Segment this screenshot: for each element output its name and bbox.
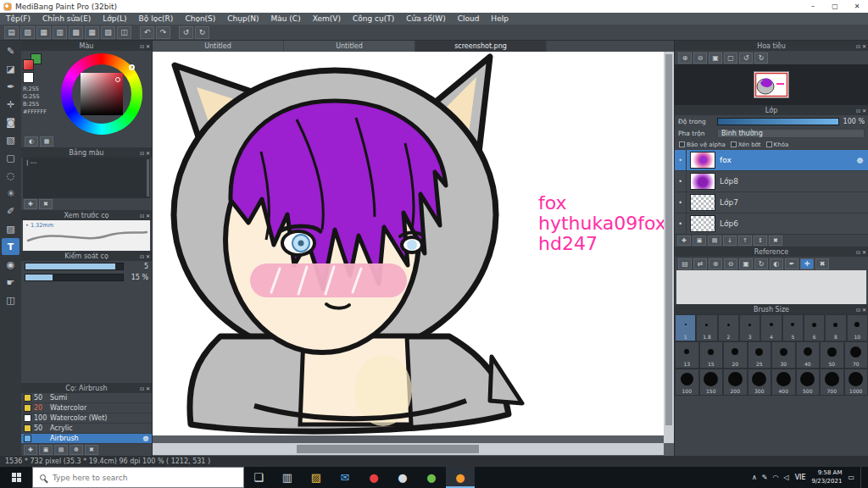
move-tool[interactable]: ✛ [2,96,19,113]
brush-item-acrylic[interactable]: 50Acrylic [21,424,152,434]
notification-center-icon[interactable]: ▭ [848,474,854,481]
layer-settings-icon[interactable]: ☸ [856,156,864,165]
duplicate-brush-icon[interactable]: ▤ [54,445,68,455]
open-image-icon[interactable]: ▤ [678,258,692,269]
brush-item-airbrush[interactable]: Airbrush☸ [21,434,152,444]
menu-item-5[interactable]: Chụp(N) [221,14,264,23]
brush-size-40[interactable]: 40 [796,341,821,369]
brush-size-400[interactable]: 400 [771,369,796,396]
brush-size-25[interactable]: 25 [748,341,772,369]
brush-size-50[interactable]: 50 [820,341,844,369]
menu-item-9[interactable]: Cửa sổ(W) [400,14,451,23]
hand-tool[interactable]: ☛ [2,274,19,291]
screen-picker-icon[interactable]: ◐ [25,136,38,147]
brush-item-watercolor[interactable]: 20Watercolor [21,403,152,413]
material-panel-icon[interactable]: ▨ [101,26,115,39]
volume-icon[interactable]: ◁ [783,474,788,481]
checkbox-icon[interactable] [731,141,737,147]
grayscale-icon[interactable]: ◐ [770,258,783,269]
brush-size-13[interactable]: 13 [675,341,699,369]
rotate-left-icon[interactable]: ↺ [739,53,753,64]
maximize-button[interactable]: ▢ [824,0,846,13]
chrome-icon[interactable]: ● [417,467,446,488]
select-eraser-tool[interactable]: ▨ [2,220,19,237]
panel-detach-icon[interactable]: ⊡ [140,43,144,49]
layer-row-l-p6[interactable]: •Lớp6 [675,214,868,235]
brush-size-200[interactable]: 200 [723,369,748,396]
network-icon[interactable]: ◠ [773,474,779,481]
minimize-button[interactable]: – [802,0,824,13]
delete-layer-icon[interactable]: ✖ [769,236,782,246]
brush-size-2[interactable]: 2 [718,314,739,341]
show-desktop-button[interactable] [860,467,864,488]
brush-item-sumi[interactable]: 50Sumi [21,393,152,403]
palette-list[interactable]: | --- [23,158,150,198]
fit-icon[interactable]: ▣ [739,258,753,269]
brush-size-6[interactable]: 6 [804,314,825,341]
add-brush-icon[interactable]: ✚ [24,445,37,455]
add-folder-icon[interactable]: ▣ [693,236,706,246]
brush-size-700[interactable]: 700 [820,369,844,396]
medibang-icon[interactable]: ● [446,467,475,488]
panel-detach-icon[interactable]: ⊡ [140,253,144,259]
add-brush-folder-icon[interactable]: ▣ [39,445,53,455]
panel-close-icon[interactable]: ✕ [146,385,150,391]
brush-opacity-slider[interactable] [25,274,124,281]
document-tab-1[interactable]: Untitled [284,41,415,52]
vertical-scroll-thumb[interactable] [665,54,672,425]
select-pen-tool[interactable]: ✐ [2,202,19,219]
rotate-right-icon[interactable]: ↻ [754,53,768,64]
eyedropper-icon[interactable]: ✒ [785,258,798,269]
navigator-thumbnail[interactable] [754,71,789,98]
taskbar-clock[interactable]: 9:58 AM 9/23/2021 [812,469,843,485]
layer-blend-dropdown[interactable]: Bình thường [717,129,865,138]
brush-size-30[interactable]: 30 [771,341,796,369]
magic-wand-tool[interactable]: ✳ [2,185,19,202]
brush-size-5[interactable]: 5 [782,314,804,341]
lasso-tool[interactable]: ◌ [2,167,19,184]
brush-size-15[interactable]: 15 [699,341,724,369]
pen-input-icon[interactable]: ✎ [762,474,768,481]
save-file-icon[interactable]: ▦ [36,26,51,39]
panel-close-icon[interactable]: ✕ [862,43,866,49]
chevron-up-icon[interactable]: ∧ [752,474,757,481]
background-color-swatch[interactable] [23,72,34,83]
flip-icon[interactable]: ⇄ [693,258,707,269]
layer-visibility-toggle[interactable]: • [675,171,687,191]
panel-detach-icon[interactable]: ⊡ [856,249,860,255]
panel-detach-icon[interactable]: ⊡ [856,307,860,313]
layer-option-0[interactable]: Bảo vệ alpha [679,141,726,148]
canvas[interactable]: fox hythuka09fox hd247 [153,52,664,435]
zoom-fit-icon[interactable]: ▣ [709,53,722,64]
zoom-in-icon[interactable]: ⊕ [678,53,692,64]
fill-tool[interactable]: ◙ [2,114,19,130]
zoom-in-icon[interactable]: ⊕ [709,258,722,269]
delete-color-icon[interactable]: ✖ [39,199,53,209]
menu-item-3[interactable]: Bộ lọc(R) [133,14,180,23]
brush-size-150[interactable]: 150 [699,369,724,396]
brush-size-slider[interactable] [25,263,124,270]
color-wheel[interactable] [61,53,142,135]
brush-settings-icon[interactable]: ☸ [142,435,149,443]
taskbar-search[interactable] [32,467,244,488]
palette-entry[interactable]: | --- [26,159,36,166]
task-view-icon[interactable]: ❏ [244,467,273,488]
menu-item-6[interactable]: Màu (C) [265,14,307,23]
layer-option-1[interactable]: Xén bớt [731,141,761,148]
canvas-horizontal-scrollbar[interactable] [153,443,664,455]
layer-visibility-toggle[interactable]: • [675,214,687,234]
horizontal-scroll-thumb[interactable] [297,445,479,453]
brush-size-20[interactable]: 20 [723,341,748,369]
menu-item-0[interactable]: Tệp(F) [0,14,36,23]
layer-row-l-p8[interactable]: •Lớp8 [675,171,868,192]
store-icon[interactable]: ▥ [273,467,302,488]
mail-icon[interactable]: ✉ [331,467,359,488]
layer-opacity-slider[interactable] [717,118,839,125]
brush-size-1[interactable]: 1 [675,314,696,341]
start-button[interactable] [0,467,32,488]
layer-row-l-p7[interactable]: •Lớp7 [675,192,868,214]
gradient-tool[interactable]: ▧ [2,131,19,148]
brush-size-70[interactable]: 70 [844,341,868,369]
brush-size-4[interactable]: 4 [760,314,782,341]
eraser-tool[interactable]: ◪ [2,60,19,77]
